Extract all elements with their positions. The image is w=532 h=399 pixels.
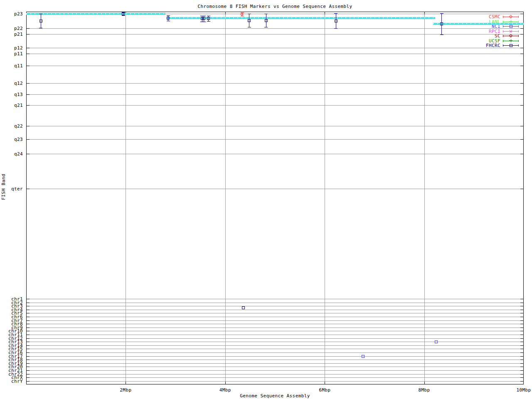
y-axis-tick-left <box>27 328 30 328</box>
y-tick-label: q11 <box>0 64 23 68</box>
h-gridline <box>27 370 523 371</box>
y-axis-tick-left <box>27 48 30 48</box>
legend-sample-cap <box>518 35 519 37</box>
y-axis-tick-left <box>27 381 30 382</box>
y-axis-tick-left <box>27 352 30 353</box>
h-gridline <box>27 338 523 339</box>
y-axis-tick-left <box>27 374 30 374</box>
error-bar-cap <box>334 28 337 29</box>
h-gridline <box>27 377 523 378</box>
v-gridline <box>225 12 226 384</box>
h-gridline <box>27 374 523 374</box>
error-bar-cap <box>207 21 210 22</box>
y-axis-tick-left <box>27 303 30 303</box>
y-axis-tick-left <box>27 306 30 306</box>
marker-fhcrc <box>248 19 251 22</box>
error-bar-cap <box>207 16 210 16</box>
marker-fhcrc <box>207 17 210 20</box>
y-axis-tick-left <box>27 363 30 364</box>
h-gridline <box>27 94 523 95</box>
h-gridline <box>27 345 523 346</box>
y-axis-tick-right <box>520 94 523 95</box>
error-bar-cap <box>39 28 42 28</box>
y-axis-tick-left <box>27 367 30 367</box>
h-gridline <box>27 105 523 106</box>
legend-marker-nci <box>510 25 512 28</box>
legend-marker-ucsf <box>509 39 512 42</box>
y-axis-tick-left <box>27 105 30 106</box>
y-tick-label: q22 <box>0 124 23 128</box>
x-tick-label: 6Mbp <box>308 388 341 393</box>
h-gridline <box>27 356 523 357</box>
x-axis-tick-bottom <box>225 382 226 384</box>
y-axis-tick-left <box>27 356 30 357</box>
h-gridline <box>27 381 523 382</box>
legend-marker-ucsf-stroke <box>511 39 511 42</box>
y-tick-label: q21 <box>0 103 23 108</box>
h-gridline <box>27 306 523 306</box>
legend-marker-fhcrc <box>510 44 512 47</box>
h-gridline <box>27 313 523 313</box>
y-axis-tick-right <box>520 381 523 382</box>
assembly-band <box>433 23 524 25</box>
plot-border <box>26 12 524 384</box>
y-axis-tick-right <box>520 342 523 342</box>
legend-sample-cap <box>518 25 519 27</box>
h-gridline <box>27 139 523 140</box>
h-gridline <box>27 303 523 303</box>
marker-fhcrc <box>122 12 125 15</box>
legend-sample-cap <box>503 30 503 32</box>
legend-sample-cap <box>503 25 503 27</box>
marker-fhcrc <box>242 306 245 309</box>
x-tick-label: 4Mbp <box>209 388 242 393</box>
y-axis-tick-right <box>520 374 523 374</box>
legend-sample-cap <box>503 16 503 18</box>
x-axis-tick-top <box>225 12 226 15</box>
y-axis-tick-left <box>27 94 30 95</box>
y-axis-tick-right <box>520 367 523 367</box>
legend-label-sc: SC <box>459 34 500 38</box>
legend-sample-cap <box>518 21 519 23</box>
y-axis-tick-left <box>27 310 30 310</box>
y-axis-tick-right <box>520 139 523 140</box>
marker-fhcrc <box>39 20 42 22</box>
h-gridline <box>27 360 523 360</box>
y-axis-tick-right <box>520 370 523 371</box>
legend-sample-cap <box>518 44 519 47</box>
y-axis-tick-left <box>27 189 30 189</box>
h-gridline <box>27 363 523 364</box>
y-axis-tick-left <box>27 28 30 29</box>
y-axis-tick-right <box>520 317 523 317</box>
h-gridline <box>27 28 523 29</box>
error-bar-cap <box>440 13 443 14</box>
y-axis-tick-left <box>27 360 30 360</box>
marker-fhcrc <box>335 20 337 22</box>
legend-sample-cap <box>518 30 519 32</box>
error-bar-cap <box>440 34 443 35</box>
marker-fhcrc <box>440 22 443 25</box>
y-axis-tick-left <box>27 349 30 349</box>
y-axis-tick-right <box>520 126 523 126</box>
h-gridline <box>27 367 523 367</box>
fish-markers-chart: Chromosome 8 FISH Markers vs Genome Sequ… <box>0 0 532 399</box>
y-axis-tick-right <box>520 363 523 364</box>
y-tick-label: p22 <box>0 26 23 31</box>
x-tick-label: 10Mbp <box>507 388 532 393</box>
y-axis-tick-right <box>520 189 523 189</box>
y-axis-tick-right <box>520 349 523 349</box>
h-gridline <box>27 317 523 317</box>
y-axis-tick-right <box>520 320 523 321</box>
marker-fhcrc <box>265 19 268 22</box>
y-axis-tick-left <box>27 345 30 346</box>
legend-sample-cap <box>518 40 519 42</box>
marker-fhcrc <box>167 17 170 20</box>
y-axis-tick-left <box>27 317 30 317</box>
error-bar-cap <box>167 15 170 16</box>
v-gridline <box>424 12 425 384</box>
y-axis-tick-left <box>27 299 30 299</box>
y-tick-label: p23 <box>0 12 23 16</box>
h-gridline <box>27 154 523 154</box>
legend-label-rpci: RPCI <box>459 29 500 34</box>
y-tick-label: q12 <box>0 81 23 86</box>
legend-label-ucsf: UCSF <box>459 39 500 43</box>
